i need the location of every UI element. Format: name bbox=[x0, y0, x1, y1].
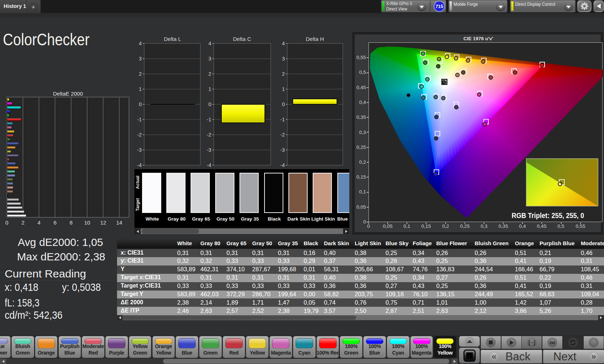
svg-text:3: 3 bbox=[282, 56, 285, 62]
svg-text:0: 0 bbox=[5, 219, 8, 226]
svg-text:4: 4 bbox=[282, 41, 285, 46]
svg-text:Delta H: Delta H bbox=[306, 36, 324, 42]
svg-text:0: 0 bbox=[208, 101, 211, 107]
svg-text:-2: -2 bbox=[207, 132, 212, 138]
svg-text:4: 4 bbox=[208, 41, 211, 46]
svg-text:0: 0 bbox=[139, 101, 142, 107]
svg-text:3: 3 bbox=[208, 56, 211, 62]
svg-text:-3: -3 bbox=[280, 147, 285, 153]
svg-text:2: 2 bbox=[139, 71, 142, 77]
svg-text:14: 14 bbox=[116, 219, 122, 226]
svg-text:10: 10 bbox=[84, 219, 90, 226]
svg-text:6: 6 bbox=[54, 219, 57, 226]
svg-text:-3: -3 bbox=[207, 147, 212, 153]
svg-text:4: 4 bbox=[139, 41, 142, 46]
svg-text:12: 12 bbox=[100, 219, 106, 226]
svg-text:-2: -2 bbox=[280, 132, 285, 138]
svg-text:-1: -1 bbox=[207, 117, 212, 122]
svg-text:1: 1 bbox=[208, 86, 211, 92]
svg-text:-4: -4 bbox=[280, 162, 285, 168]
svg-text:8: 8 bbox=[70, 219, 72, 226]
svg-text:-2: -2 bbox=[137, 132, 142, 138]
svg-text:2: 2 bbox=[282, 71, 285, 77]
svg-text:-1: -1 bbox=[137, 117, 142, 122]
svg-text:4: 4 bbox=[37, 219, 40, 226]
svg-text:-1: -1 bbox=[280, 117, 285, 122]
svg-text:0: 0 bbox=[282, 101, 285, 107]
svg-text:2: 2 bbox=[21, 219, 24, 226]
svg-text:-3: -3 bbox=[137, 147, 142, 153]
svg-text:-4: -4 bbox=[207, 162, 212, 168]
svg-text:Delta L: Delta L bbox=[164, 36, 181, 42]
svg-text:-4: -4 bbox=[137, 162, 142, 168]
svg-text:1: 1 bbox=[282, 86, 285, 92]
svg-text:3: 3 bbox=[139, 56, 142, 62]
svg-text:2: 2 bbox=[208, 71, 211, 77]
svg-text:1: 1 bbox=[139, 86, 142, 92]
svg-text:Delta C: Delta C bbox=[233, 36, 251, 42]
